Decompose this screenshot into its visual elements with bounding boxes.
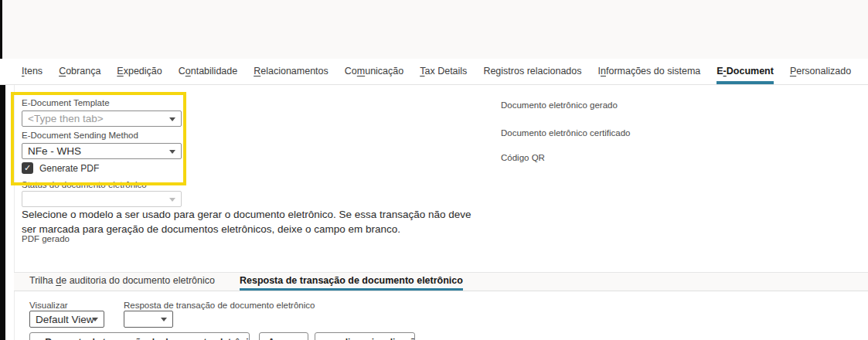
chevron-down-icon [169, 198, 175, 202]
sending-method-value: NFe - WHS [28, 145, 81, 157]
pdf-generated-label: PDF gerado [22, 234, 70, 243]
edocument-status-label: Status do documento eletrônico [22, 180, 147, 189]
tab-label-part: ax Details [424, 66, 467, 76]
screen-edge-left [0, 81, 5, 340]
view-select-value: Default View [36, 314, 94, 325]
generate-pdf-checkbox[interactable]: ✓ [22, 162, 33, 174]
sublist-tab-bar: Trilha de auditoria do documento eletrôn… [14, 272, 868, 291]
tab-label-part: ersonalizado [796, 66, 851, 76]
document-generated-label: Documento eletrônico gerado [501, 100, 618, 110]
tab-label-part: C [179, 66, 186, 76]
edocument-template-label: E-Document Template [22, 98, 110, 107]
tab-comunicacao[interactable]: Comunicação [345, 59, 403, 84]
tab-registros-relacionados[interactable]: Registros relacionados [483, 59, 581, 84]
qr-code-label: Código QR [501, 153, 545, 162]
sending-method-label: E-Document Sending Method [22, 131, 138, 140]
tab-label-part: ntabilidade [191, 66, 237, 76]
tab-informacoes-do-sistema[interactable]: Informações do sistema [598, 59, 701, 84]
new-response-button[interactable]: Nova Resposta de transação de documento … [29, 332, 250, 340]
tab-label-part: Registros relacionados [483, 66, 581, 76]
view-label: Visualizar [29, 301, 68, 310]
subtab-label-part: Trilha [29, 275, 56, 286]
tab-label-part: E [717, 66, 723, 76]
subtab-audit-trail[interactable]: Trilha de auditoria do documento eletrôn… [29, 273, 215, 291]
response-select-label: Resposta de transação de documento eletr… [124, 301, 315, 310]
tab-accesskey: n [601, 66, 606, 76]
subtab-label-part: e auditoria do documento eletrônico [61, 275, 215, 286]
tab-accesskey: P [790, 66, 796, 76]
tab-tax-details[interactable]: Tax Details [420, 59, 467, 84]
content-panel-left-border [14, 85, 15, 340]
tab-expedicao[interactable]: Expedição [117, 59, 162, 84]
tab-label-part: Co [345, 66, 357, 76]
edocument-page: Itens Cobrança Expedição Contabilidade R… [0, 0, 868, 340]
tab-accesskey: o [186, 66, 191, 76]
subtab-label-part: Resposta de transação de documento eletr… [240, 275, 463, 286]
chevron-down-icon [169, 150, 175, 154]
tab-accesskey: E [117, 66, 123, 76]
tab-contabilidade[interactable]: Contabilidade [179, 59, 237, 84]
edocument-template-select[interactable]: <Type then tab> [22, 110, 182, 127]
subtab-transaction-response[interactable]: Resposta de transação de documento eletr… [240, 273, 463, 291]
chevron-down-icon [92, 318, 98, 321]
tab-label-part: Document [727, 66, 774, 76]
main-tab-bar: Itens Cobrança Expedição Contabilidade R… [0, 59, 868, 85]
edocument-status-select[interactable] [22, 191, 182, 207]
page-top-band [0, 0, 868, 59]
tab-cobranca[interactable]: Cobrança [59, 59, 100, 84]
response-select[interactable] [124, 311, 173, 328]
tab-label-part: elacionamentos [260, 66, 328, 76]
sending-method-select[interactable]: NFe - WHS [22, 143, 182, 159]
tab-label-part: tens [24, 66, 43, 76]
tab-label-part: unicação [365, 66, 403, 76]
tab-accesskey: m [357, 66, 365, 76]
check-icon: ✓ [24, 163, 31, 172]
generate-pdf-label: Generate PDF [39, 163, 99, 174]
customize-view-button[interactable]: Personalizar visualização [315, 332, 415, 340]
chevron-down-icon [169, 117, 175, 121]
attach-button[interactable]: Anexar [259, 332, 308, 340]
tab-accesskey: C [59, 66, 66, 76]
edocument-template-value: <Type then tab> [28, 113, 104, 124]
chevron-down-icon [161, 318, 167, 321]
template-help-text: Selecione o modelo a ser usado para gera… [22, 208, 485, 237]
tab-itens[interactable]: Itens [22, 59, 43, 84]
tab-e-document[interactable]: E-Document [717, 59, 774, 84]
screen-edge-top [0, 0, 2, 59]
generate-pdf-row: ✓ Generate PDF [22, 162, 99, 174]
tab-personalizado[interactable]: Personalizado [790, 59, 851, 84]
document-certified-label: Documento eletrônico certificado [501, 128, 630, 138]
tab-relacionamentos[interactable]: Relacionamentos [254, 59, 328, 84]
view-select[interactable]: Default View [29, 311, 104, 328]
tab-accesskey: R [254, 66, 260, 76]
tab-label-part: xpedição [124, 66, 162, 76]
tab-label-part: obrança [66, 66, 100, 76]
tab-label-part: formações do sistema [606, 66, 700, 76]
